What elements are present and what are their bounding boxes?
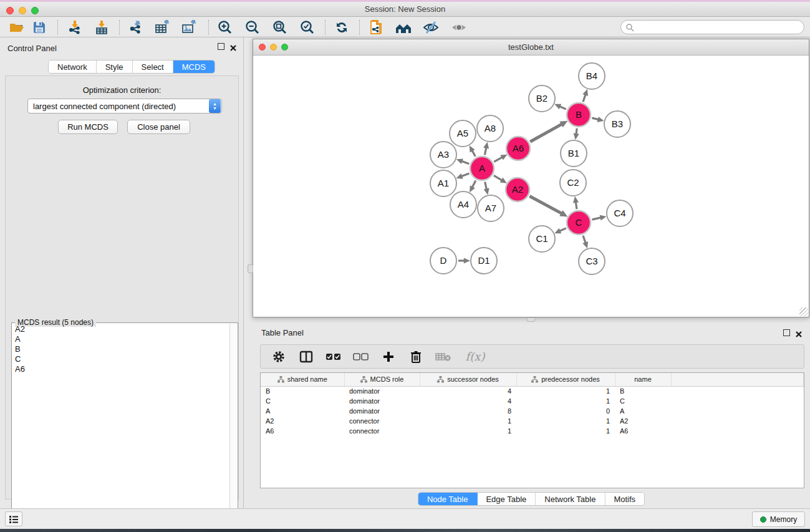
run-mcds-button[interactable]: Run MCDS [58,120,118,134]
new-network-from-selection-icon[interactable] [365,19,388,36]
float-panel-icon[interactable] [218,43,224,50]
node-label: A5 [457,128,468,138]
import-network-icon[interactable] [64,19,86,36]
node-label: B1 [568,148,579,158]
panel-splitter-handle[interactable] [248,264,253,273]
column-header-successor-nodes[interactable]: successor nodes [420,373,516,386]
mcds-result-item[interactable]: C [12,354,229,364]
table-splitter-handle[interactable] [527,317,535,322]
delete-column-trash-icon[interactable] [407,347,425,366]
network-view-window: testGlobe.txt AA1A2A3A4A5A6A7A8BB1B2B3B4… [253,39,809,317]
arrowhead-icon [574,133,579,140]
node-attribute-icon [531,376,538,383]
zoom-in-icon[interactable] [214,19,236,36]
tab-style[interactable]: Style [97,60,133,73]
tab-network[interactable]: Network [49,60,97,73]
search-field[interactable] [620,20,804,34]
node-label: A2 [512,184,523,195]
node-label: A3 [438,149,449,160]
node-label: C1 [536,233,547,244]
edge-A-A3[interactable] [461,161,469,164]
tab-network-table[interactable]: Network Table [536,493,605,505]
export-network-icon[interactable] [125,19,147,36]
scrollbar[interactable] [229,324,237,532]
tab-motifs[interactable]: Motifs [605,493,644,505]
optimization-criterion-select[interactable]: largest connected component (directed) ▲… [27,99,222,114]
table-row[interactable]: Adominator80A [261,406,804,416]
node-label: A1 [438,178,449,188]
open-file-icon[interactable] [6,19,28,36]
save-session-icon[interactable] [28,19,51,36]
optimization-criterion-label: Optimization criterion: [6,85,238,95]
table-panel-tabs: Node TableEdge TableNetwork TableMotifs [418,492,645,506]
node-label: D1 [478,255,489,266]
export-image-icon[interactable] [178,19,201,36]
tab-edge-table[interactable]: Edge Table [477,493,536,505]
first-neighbors-icon[interactable] [393,19,415,36]
deselect-all-icon[interactable] [352,347,370,366]
mcds-result-item[interactable]: B [12,344,229,354]
column-settings-gear-icon[interactable] [269,347,288,366]
column-header-predecessor-nodes[interactable]: predecessor nodes [516,373,615,386]
network-canvas[interactable]: AA1A2A3A4A5A6A7A8BB1B2B3B4CC1C2C3C4DD1 [253,56,809,317]
hide-selected-eye-slash-icon[interactable] [420,19,442,36]
import-table-icon[interactable] [90,19,113,36]
delete-table-icon[interactable] [434,347,453,366]
memory-status-icon [760,516,766,523]
export-table-icon[interactable] [152,19,174,36]
edge-C-C4[interactable] [592,218,601,220]
close-panel-icon[interactable] [795,329,803,341]
select-all-icon[interactable] [324,347,343,366]
zoom-out-icon[interactable] [241,19,264,36]
add-column-plus-icon[interactable] [379,347,398,366]
edge-A-A1[interactable] [461,173,469,177]
refresh-icon[interactable] [330,19,353,36]
zoom-fit-icon[interactable] [269,19,291,36]
arrowhead-icon [456,173,463,179]
node-label: C4 [614,208,625,218]
arrowhead-icon [582,241,588,248]
resize-grip-icon[interactable] [799,307,808,316]
node-label: A7 [485,203,496,213]
table-row[interactable]: Bdominator41B [261,386,804,396]
tab-node-table[interactable]: Node Table [418,493,478,505]
mcds-result-item[interactable]: A2 [12,324,229,334]
show-columns-icon[interactable] [297,347,316,366]
main-toolbar [0,17,810,37]
zoom-selected-icon[interactable] [296,19,319,36]
column-header-name[interactable]: name [615,373,671,386]
task-list-icon [9,515,18,523]
show-graphics-details-eye-icon[interactable] [448,19,470,36]
node-label: A6 [513,143,524,153]
arrowhead-icon [483,142,489,149]
tab-mcds[interactable]: MCDS [173,60,215,73]
toolbar-separator [359,20,360,35]
edge-A6-B[interactable] [530,123,562,142]
edge-A-A2[interactable] [494,175,503,180]
edge-A2-C[interactable] [529,196,562,213]
mcds-result-item[interactable]: A6 [12,364,229,374]
close-panel-icon[interactable] [229,43,237,54]
selected-option: largest connected component (directed) [28,102,209,111]
float-panel-icon[interactable] [783,329,790,336]
edge-A-A6[interactable] [494,157,503,162]
arrowhead-icon [582,89,588,96]
mcds-result-item[interactable]: A [12,334,229,344]
close-panel-button[interactable]: Close panel [127,120,190,134]
table-row[interactable]: Cdominator41C [261,396,804,406]
arrowhead-icon [600,215,607,221]
column-header-MCDS-role[interactable]: MCDS role [344,373,420,386]
function-builder-icon[interactable]: f(x) [461,347,489,366]
network-window-titlebar[interactable]: testGlobe.txt [253,39,809,56]
status-bar: Memory [0,508,810,529]
search-input[interactable] [634,23,804,32]
node-label: C2 [567,177,579,188]
table-toolbar: f(x) [260,344,804,369]
column-header-shared-name[interactable]: shared name [261,373,344,386]
memory-button[interactable]: Memory [752,511,805,527]
task-history-button[interactable] [5,511,22,526]
table-row[interactable]: A2connector11A2 [261,416,804,426]
tab-select[interactable]: Select [133,60,173,73]
table-row[interactable]: A6connector11A6 [261,426,804,436]
mcds-result-groupbox: MCDS result (5 nodes) A2ABCA6 [11,322,238,532]
